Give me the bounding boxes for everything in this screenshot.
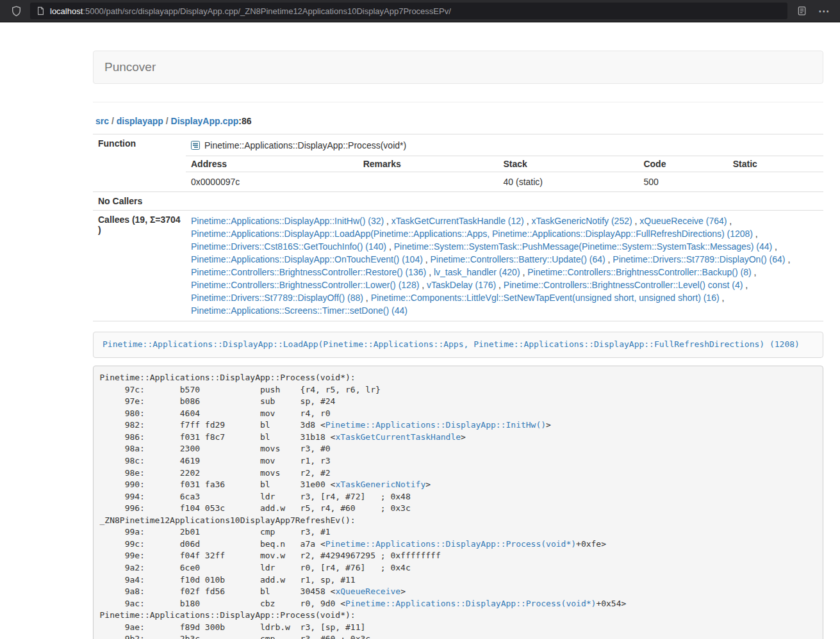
browser-toolbar: localhost:5000/path/src/displayapp/Displ…: [0, 0, 840, 22]
function-name: Pinetime::Applications::DisplayApp::Proc…: [204, 139, 406, 152]
function-table: Function Pinetime::Applications::Display…: [93, 134, 823, 321]
callee-link[interactable]: Pinetime::Applications::DisplayApp::OnTo…: [191, 254, 423, 264]
callee-link[interactable]: xQueueReceive (764): [639, 216, 727, 226]
callee-link[interactable]: xTaskGetCurrentTaskHandle (12): [391, 216, 524, 226]
disassembly-block: Pinetime::Applications::DisplayApp::Proc…: [93, 366, 823, 639]
callee-link[interactable]: Pinetime::Drivers::Cst816S::GetTouchInfo…: [191, 241, 386, 252]
stats-header-row: Address Remarks Stack Code Static: [186, 156, 823, 172]
url-text: localhost:5000/path/src/displayapp/Displ…: [50, 6, 451, 16]
callee-link[interactable]: Pinetime::Controllers::BrightnessControl…: [191, 280, 419, 290]
page-container: Puncover src / displayapp / DisplayApp.c…: [93, 51, 823, 639]
assembly-symbol-link[interactable]: Pinetime::Applications::DisplayApp::Proc…: [345, 599, 596, 608]
callee-link[interactable]: Pinetime::Controllers::BrightnessControl…: [527, 267, 751, 277]
breadcrumb-link[interactable]: src: [95, 116, 109, 126]
callee-link[interactable]: Pinetime::Controllers::BrightnessControl…: [504, 280, 743, 290]
cell-address: 0x0000097c: [186, 172, 358, 192]
no-callers-value: [186, 192, 823, 211]
highlighted-callee-link[interactable]: Pinetime::Applications::DisplayApp::Load…: [103, 339, 800, 349]
url-path: :5000/path/src/displayapp/DisplayApp.cpp…: [83, 6, 451, 16]
callee-link[interactable]: Pinetime::Drivers::St7789::DisplayOff() …: [191, 293, 363, 303]
callee-link[interactable]: Pinetime::Controllers::Battery::Update()…: [431, 254, 605, 264]
col-stack: Stack: [498, 156, 639, 172]
navbar: Puncover: [93, 51, 823, 84]
callee-link[interactable]: Pinetime::System::SystemTask::PushMessag…: [394, 241, 773, 252]
callee-link[interactable]: Pinetime::Applications::DisplayApp::Load…: [191, 229, 753, 239]
tracking-protection-shield-icon[interactable]: [8, 3, 24, 19]
assembly-symbol-link[interactable]: xQueueReceive: [335, 586, 400, 596]
col-address: Address: [186, 156, 358, 172]
callee-link[interactable]: Pinetime::Applications::DisplayApp::Init…: [191, 216, 384, 226]
line-number: :86: [238, 116, 251, 126]
col-remarks: Remarks: [358, 156, 498, 172]
brand-link[interactable]: Puncover: [94, 60, 167, 74]
cell-remarks: [358, 172, 498, 192]
function-icon: [191, 141, 200, 150]
no-callers-row: No Callers: [93, 192, 823, 211]
page-icon: [37, 6, 45, 15]
no-callers-label: No Callers: [93, 192, 186, 211]
stats-data-row: 0x0000097c 40 (static) 500: [186, 172, 823, 192]
reader-view-icon[interactable]: [793, 3, 810, 19]
function-label: Function: [93, 134, 186, 192]
breadcrumb-link[interactable]: displayapp: [117, 116, 163, 126]
callee-link[interactable]: xTaskGenericNotify (252): [531, 216, 632, 226]
assembly-symbol-link[interactable]: Pinetime::Applications::DisplayApp::Init…: [325, 420, 546, 430]
breadcrumb: src / displayapp / DisplayApp.cpp:86: [95, 116, 823, 126]
callees-label: Callees (19, Σ=3704 ): [93, 211, 186, 321]
function-row: Function Pinetime::Applications::Display…: [93, 134, 823, 192]
col-static: Static: [728, 156, 823, 172]
callee-link[interactable]: Pinetime::Controllers::BrightnessControl…: [191, 267, 426, 277]
cell-static: [728, 172, 823, 192]
function-stats-table: Address Remarks Stack Code Static 0x0000…: [186, 156, 823, 191]
callee-link[interactable]: Pinetime::Drivers::St7789::DisplayOn() (…: [613, 254, 785, 264]
callees-list: Pinetime::Applications::DisplayApp::Init…: [186, 211, 823, 321]
breadcrumb-separator: /: [163, 116, 171, 126]
callee-link[interactable]: lv_task_handler (420): [434, 267, 520, 277]
assembly-symbol-link[interactable]: xTaskGetCurrentTaskHandle: [335, 432, 461, 442]
callee-link[interactable]: Pinetime::Components::LittleVgl::SetNewT…: [371, 293, 720, 303]
assembly-symbol-link[interactable]: Pinetime::Applications::DisplayApp::Proc…: [325, 539, 576, 549]
callee-link[interactable]: Pinetime::Applications::Screens::Timer::…: [191, 305, 408, 316]
overflow-menu-icon[interactable]: ⋯: [816, 3, 832, 19]
cell-code: 500: [638, 172, 727, 192]
breadcrumb-link[interactable]: DisplayApp.cpp: [171, 116, 239, 126]
breadcrumb-separator: /: [109, 116, 117, 126]
callees-row: Callees (19, Σ=3704 ) Pinetime::Applicat…: [93, 211, 823, 321]
assembly-symbol-link[interactable]: xTaskGenericNotify: [335, 480, 425, 489]
cell-stack: 40 (static): [498, 172, 639, 192]
function-title: Pinetime::Applications::DisplayApp::Proc…: [186, 134, 823, 156]
col-code: Code: [638, 156, 727, 172]
url-host: localhost: [50, 6, 83, 16]
url-bar[interactable]: localhost:5000/path/src/displayapp/Displ…: [30, 3, 787, 19]
callee-link[interactable]: vTaskDelay (176): [427, 280, 496, 290]
divider: [93, 102, 823, 102]
highlighted-callee-box: Pinetime::Applications::DisplayApp::Load…: [93, 332, 823, 358]
